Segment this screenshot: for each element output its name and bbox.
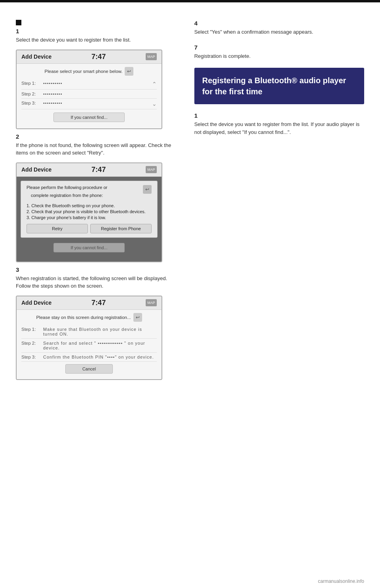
screen1: Add Device 7:47 MAP Please select your s…: [16, 50, 162, 129]
screen2-behind: If you cannot find...: [21, 238, 158, 258]
screen3: Add Device 7:47 MAP Please stay on this …: [16, 296, 162, 380]
screen2: Add Device 7:47 MAP Please perform the f…: [16, 162, 162, 262]
modal-list-item: 2. Check that your phone is visible to o…: [27, 209, 152, 214]
page: 1 Select the device you want to register…: [0, 0, 380, 588]
screen3-step1-row: Step 1: Make sure that Bluetooth on your…: [21, 325, 157, 339]
chevron-up-icon: ⌃: [152, 81, 157, 87]
page-footer: carmanualsonline.info: [318, 578, 364, 584]
screen3-step1-label: Step 1:: [21, 327, 43, 332]
screen3-step3-label: Step 3:: [21, 355, 43, 359]
screen1-instruction: Please select your smart phone below. ↩: [21, 67, 157, 76]
step7-desc: Registration is complete.: [194, 52, 364, 60]
step3-number: 3: [16, 266, 175, 273]
screen3-step3-row: Step 3: Confirm the Bluetooth PIN "••••"…: [21, 353, 157, 362]
cannot-find-behind: If you cannot find...: [53, 243, 125, 252]
chevron-down-icon: ⌄: [152, 101, 157, 107]
screen3-title: Add Device: [21, 300, 51, 306]
top-bar: [0, 0, 380, 2]
screen3-step2-text: Search for and select " ••••••••••••• " …: [43, 341, 157, 350]
screen3-step2-label: Step 2:: [21, 341, 43, 346]
screen1-header: Add Device 7:47 MAP: [17, 50, 162, 64]
modal-title2: complete registration from the phone:: [27, 193, 107, 198]
step4-desc: Select "Yes" when a confirmation message…: [194, 28, 364, 36]
right-column: 4 Select "Yes" when a confirmation messa…: [182, 20, 364, 384]
screen1-back-btn[interactable]: ↩: [125, 67, 133, 76]
step2-desc: If the phone is not found, the following…: [16, 141, 175, 157]
screen2-header: Add Device 7:47 MAP: [17, 163, 162, 177]
screen1-step1-row: Step 1: •••••••••• ⌃: [21, 79, 157, 90]
screen1-step1-dots: ••••••••••: [43, 81, 63, 86]
screen3-body: Please stay on this screen during regist…: [17, 310, 162, 379]
modal-title-block: Please perform the following procedure o…: [27, 185, 107, 201]
step7-block: 7 Registration is complete.: [194, 44, 364, 60]
step4-block: 4 Select "Yes" when a confirmation messa…: [194, 20, 364, 36]
screen3-instruction-text: Please stay on this screen during regist…: [36, 315, 131, 320]
screen3-time: 7:47: [91, 299, 106, 307]
screen1-time: 7:47: [91, 53, 106, 61]
modal-list-item: 1. Check the Bluetooth setting on your p…: [27, 203, 152, 208]
left-column: 1 Select the device you want to register…: [16, 20, 182, 384]
step2-number: 2: [16, 133, 175, 140]
screen1-step1-label: Step 1:: [21, 81, 43, 86]
cannot-find-button[interactable]: If you cannot find...: [53, 113, 125, 122]
screen3-header: Add Device 7:47 MAP: [17, 296, 162, 310]
back-icon-2: ↩: [145, 187, 149, 192]
modal-buttons: Retry Register from Phone: [27, 224, 152, 233]
screen1-step3-row: Step 3: •••••••••• ⌄: [21, 99, 157, 109]
back-icon-3: ↩: [136, 315, 140, 320]
screen1-step3-dots: ••••••••••: [43, 101, 63, 105]
screen3-step1-text: Make sure that Bluetooth on your device …: [43, 327, 157, 336]
modal-header-row: Please perform the following procedure o…: [27, 185, 152, 201]
cancel-button[interactable]: Cancel: [65, 364, 113, 374]
screen2-title: Add Device: [21, 166, 51, 173]
step1-bottom-block: 1 Select the device you want to register…: [194, 112, 364, 136]
screen1-step2-row: Step 2: ••••••••••: [21, 90, 157, 99]
step7-number: 7: [194, 44, 364, 51]
modal-list-item: 3. Charge your phone's battery if it is …: [27, 215, 152, 220]
screen3-icon: MAP: [146, 299, 157, 306]
screen1-body: Please select your smart phone below. ↩ …: [17, 64, 162, 128]
screen3-instruction: Please stay on this screen during regist…: [21, 313, 157, 322]
modal-list: 1. Check the Bluetooth setting on your p…: [27, 203, 152, 220]
screen2-overlay: Please perform the following procedure o…: [17, 177, 162, 262]
screen2-back-btn[interactable]: ↩: [143, 185, 152, 194]
back-icon: ↩: [127, 69, 131, 74]
black-square-icon: [16, 20, 21, 25]
step1-desc: Select the device you want to register f…: [16, 36, 175, 44]
step1-bottom-number: 1: [194, 112, 364, 119]
screen2-modal: Please perform the following procedure o…: [21, 181, 158, 238]
screen2-time: 7:47: [91, 166, 106, 174]
screen3-step3-text: Confirm the Bluetooth PIN "••••" on your…: [43, 355, 154, 359]
screen1-icon: MAP: [146, 53, 157, 60]
step3-desc: When registration is started, the follow…: [16, 275, 175, 290]
screen1-step2-dots: ••••••••••: [43, 92, 63, 96]
screen2-icon: MAP: [146, 166, 157, 173]
retry-button[interactable]: Retry: [27, 224, 88, 233]
heading-box: Registering a Bluetooth® audio player fo…: [194, 68, 364, 104]
screen1-instruction-text: Please select your smart phone below.: [45, 69, 123, 74]
screen1-title: Add Device: [21, 53, 51, 60]
screen1-step3-label: Step 3:: [21, 101, 43, 105]
step1-number: 1: [16, 28, 175, 34]
content-area: 1 Select the device you want to register…: [16, 8, 364, 384]
heading-box-title: Registering a Bluetooth® audio player fo…: [202, 75, 356, 97]
step1-bottom-desc: Select the device you want to register f…: [194, 120, 364, 136]
modal-title1: Please perform the following procedure o…: [27, 185, 107, 190]
step4-number: 4: [194, 20, 364, 27]
section-marker: [16, 20, 175, 25]
register-from-phone-button[interactable]: Register from Phone: [90, 224, 152, 233]
screen3-back-btn[interactable]: ↩: [133, 313, 142, 322]
screen1-step2-label: Step 2:: [21, 92, 43, 96]
screen3-step2-row: Step 2: Search for and select " ••••••••…: [21, 339, 157, 353]
